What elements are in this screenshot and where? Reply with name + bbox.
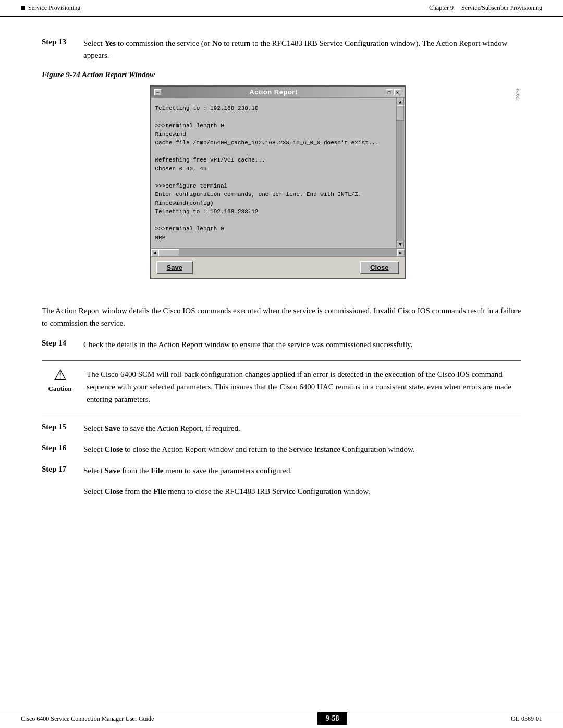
content-line-15: >>>terminal length 0	[155, 225, 392, 233]
step-15-save: Save	[104, 424, 120, 433]
step-13-text: Select Yes to commission the service (or…	[83, 38, 521, 61]
content-line-16: NRP	[155, 233, 392, 242]
content-line-4: Rincewind	[155, 130, 392, 139]
titlebar-minimize-button[interactable]: —	[154, 89, 162, 95]
step-16-row: Step 16 Select Close to close the Action…	[42, 443, 521, 455]
horizontal-scrollbar[interactable]: ◀ ▶	[151, 248, 405, 256]
figure-number: 35282	[513, 85, 521, 103]
step-13-no: No	[212, 39, 222, 47]
step-15-text: Select Save to save the Action Report, i…	[83, 423, 521, 435]
step-15-label: Step 15	[42, 423, 83, 431]
content-line-14	[155, 216, 392, 225]
figure-inner: — Action Report □ ✕ Telnetting to : 192.…	[42, 85, 513, 292]
hscroll-track	[158, 249, 397, 256]
footer-left-text: Cisco 6400 Service Connection Manager Us…	[21, 715, 154, 723]
figure-container: — Action Report □ ✕ Telnetting to : 192.…	[42, 85, 521, 292]
figure-caption: Figure 9-74 Action Report Window	[42, 70, 521, 79]
step-16-text: Select Close to close the Action Report …	[83, 443, 521, 455]
header-left: Service Provisioning	[21, 4, 80, 12]
footer-right-text: OL-0569-01	[511, 715, 542, 723]
content-line-3: >>>terminal length 0	[155, 121, 392, 130]
header-section: Service/Subscriber Provisioning	[461, 4, 542, 11]
step-17-file: File	[151, 466, 163, 475]
step-13-yes: Yes	[104, 39, 116, 47]
window-titlebar: — Action Report □ ✕	[151, 87, 405, 98]
step-16-label: Step 16	[42, 443, 83, 452]
scrollbar-down-arrow[interactable]: ▼	[397, 241, 404, 248]
page-number: 9-58	[317, 712, 348, 725]
scrollbar-track	[397, 105, 404, 241]
content-line-7: Refreshing free VPI/VCI cache...	[155, 156, 392, 165]
content-line-13: Telnetting to : 192.168.238.12	[155, 207, 392, 216]
caution-icon-col: ⚠ Caution	[42, 368, 78, 393]
titlebar-close-button[interactable]: ✕	[394, 89, 401, 95]
main-content: Step 13 Select Yes to commission the ser…	[0, 17, 563, 528]
step-13-row: Step 13 Select Yes to commission the ser…	[42, 38, 521, 61]
header-chapter: Chapter 9	[429, 4, 454, 11]
header-bullet	[21, 6, 25, 10]
titlebar-restore-button[interactable]: □	[386, 89, 393, 95]
page-header: Service Provisioning Chapter 9 Service/S…	[0, 0, 563, 17]
step-13-label: Step 13	[42, 38, 83, 46]
step-17-label: Step 17	[42, 465, 83, 474]
content-line-12: Rincewind(config)	[155, 199, 392, 208]
content-line-1: Telnetting to : 192.168.238.10	[155, 104, 392, 113]
caution-text: The Cisco 6400 SCM will roll-back config…	[87, 368, 521, 405]
content-line-10: >>>configure terminal	[155, 182, 392, 191]
content-line-11: Enter configuration commands, one per li…	[155, 190, 392, 199]
titlebar-right: □ ✕	[386, 89, 401, 95]
step-17-text: Select Save from the File menu to save t…	[83, 465, 521, 477]
content-line-8: Chosen 0 40, 46	[155, 165, 392, 174]
step-14-text: Check the details in the Action Report w…	[83, 339, 521, 351]
scrollbar-thumb[interactable]	[397, 105, 404, 121]
content-line-2	[155, 113, 392, 122]
step-16-close: Close	[104, 445, 123, 453]
vertical-scrollbar[interactable]: ▲ ▼	[396, 98, 405, 248]
scrollbar-up-arrow[interactable]: ▲	[397, 98, 404, 105]
hscroll-left-arrow[interactable]: ◀	[151, 249, 158, 256]
step-17b-file: File	[153, 487, 166, 496]
step-17b-close: Close	[104, 487, 123, 496]
hscroll-thumb[interactable]	[158, 249, 179, 256]
step-17b-row: Select Close from the File menu to close…	[42, 486, 521, 498]
hscroll-right-arrow[interactable]: ▶	[397, 249, 405, 256]
window-footer: Save Close	[151, 256, 405, 278]
step-14-label: Step 14	[42, 339, 83, 348]
close-button[interactable]: Close	[360, 261, 399, 274]
content-line-5: Cache file /tmp/c6400_cache_192.168.238.…	[155, 139, 392, 147]
content-line-6	[155, 147, 392, 156]
header-section-label: Service Provisioning	[28, 4, 80, 12]
save-button[interactable]: Save	[156, 261, 193, 274]
caution-block: ⚠ Caution The Cisco 6400 SCM will roll-b…	[42, 360, 521, 413]
page-footer: Cisco 6400 Service Connection Manager Us…	[0, 709, 563, 728]
titlebar-left: —	[154, 89, 162, 95]
action-report-window: — Action Report □ ✕ Telnetting to : 192.…	[150, 85, 406, 279]
step-14-row: Step 14 Check the details in the Action …	[42, 339, 521, 351]
para-description: The Action Report window details the Cis…	[42, 304, 521, 329]
content-line-9	[155, 173, 392, 182]
step-17-save: Save	[104, 466, 120, 475]
window-title: Action Report	[162, 88, 386, 96]
step-17b-text: Select Close from the File menu to close…	[83, 486, 521, 498]
window-content: Telnetting to : 192.168.238.10 >>>termin…	[151, 98, 396, 248]
caution-label: Caution	[48, 385, 72, 393]
header-right: Chapter 9 Service/Subscriber Provisionin…	[429, 4, 542, 12]
step-17-row: Step 17 Select Save from the File menu t…	[42, 465, 521, 477]
window-body: Telnetting to : 192.168.238.10 >>>termin…	[151, 98, 405, 248]
step-15-row: Step 15 Select Save to save the Action R…	[42, 423, 521, 435]
caution-icon: ⚠	[54, 368, 67, 382]
